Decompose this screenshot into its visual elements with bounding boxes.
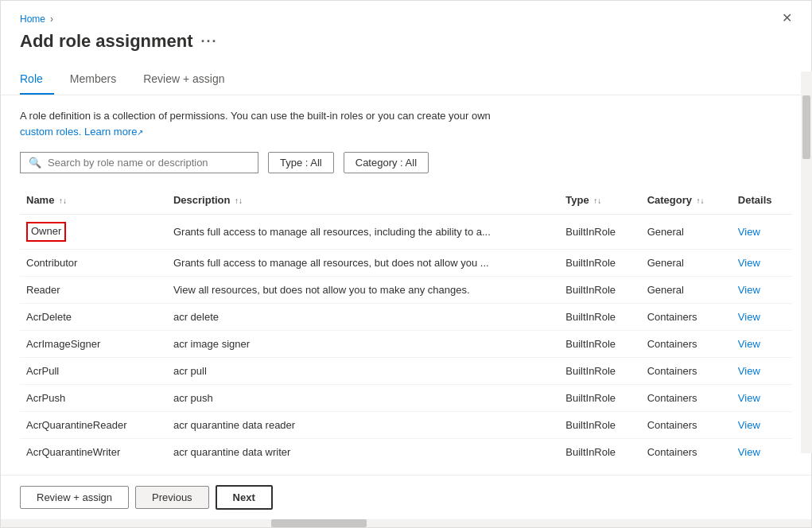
column-header-type[interactable]: Type ↑↓ (559, 186, 640, 215)
sort-icon-type[interactable]: ↑↓ (593, 196, 601, 205)
header: Home › Add role assignment ··· ✕ (1, 1, 811, 52)
table-row[interactable]: AcrImageSigneracr image signerBuiltInRol… (20, 330, 792, 357)
scrollbar-thumb[interactable] (802, 95, 810, 159)
column-header-details: Details (732, 186, 792, 215)
roles-table: Name ↑↓ Description ↑↓ Type ↑↓ Categor (20, 186, 792, 462)
table-row[interactable]: AcrQuarantineWriteracr quarantine data w… (20, 438, 792, 462)
close-button[interactable]: ✕ (782, 12, 792, 25)
role-type: BuiltInRole (559, 411, 640, 438)
search-input[interactable] (48, 157, 250, 169)
tab-review-assign[interactable]: Review + assign (143, 64, 235, 95)
role-category: General (641, 215, 732, 250)
role-category: Containers (641, 411, 732, 438)
column-header-description[interactable]: Description ↑↓ (167, 186, 559, 215)
table-row[interactable]: ContributorGrants full access to manage … (20, 249, 792, 276)
sort-icon-name[interactable]: ↑↓ (59, 196, 67, 205)
role-details-link[interactable]: View (738, 257, 760, 269)
sort-icon-category[interactable]: ↑↓ (697, 196, 705, 205)
role-details-link[interactable]: View (738, 365, 760, 377)
role-details-link[interactable]: View (738, 419, 760, 431)
ellipsis-button[interactable]: ··· (201, 33, 218, 50)
role-category: Containers (641, 330, 732, 357)
role-description: acr quarantine data writer (167, 438, 559, 462)
role-category: General (641, 276, 732, 303)
category-filter-button[interactable]: Category : All (344, 152, 429, 173)
table-header-row: Name ↑↓ Description ↑↓ Type ↑↓ Categor (20, 186, 792, 215)
breadcrumb: Home › (20, 14, 792, 25)
role-type: BuiltInRole (559, 303, 640, 330)
role-category: Containers (641, 357, 732, 384)
search-icon: 🔍 (29, 157, 41, 169)
footer: Review + assign Previous Next (1, 475, 811, 519)
learn-more-link[interactable]: Learn more↗ (84, 126, 143, 138)
owner-highlighted-name: Owner (26, 222, 66, 242)
role-type: BuiltInRole (559, 276, 640, 303)
info-text-line1: A role definition is a collection of per… (20, 110, 491, 122)
role-description: acr image signer (167, 330, 559, 357)
role-details-link[interactable]: View (738, 311, 760, 323)
role-description: acr push (167, 384, 559, 411)
table-container[interactable]: Name ↑↓ Description ↑↓ Type ↑↓ Categor (20, 186, 792, 462)
type-filter-button[interactable]: Type : All (268, 152, 334, 173)
role-details-link[interactable]: View (738, 392, 760, 404)
role-type: BuiltInRole (559, 249, 640, 276)
role-type: BuiltInRole (559, 384, 640, 411)
role-description: View all resources, but does not allow y… (167, 276, 559, 303)
review-assign-button[interactable]: Review + assign (20, 486, 129, 509)
table-row[interactable]: ReaderView all resources, but does not a… (20, 276, 792, 303)
role-description: acr quarantine data reader (167, 411, 559, 438)
table-row[interactable]: OwnerGrants full access to manage all re… (20, 215, 792, 250)
previous-button[interactable]: Previous (135, 486, 209, 509)
custom-roles-link[interactable]: custom roles. (20, 126, 81, 138)
tab-role[interactable]: Role (20, 64, 54, 95)
content-area: A role definition is a collection of per… (1, 95, 811, 475)
table-row[interactable]: AcrDeleteacr deleteBuiltInRoleContainers… (20, 303, 792, 330)
role-name: AcrPull (20, 357, 167, 384)
role-details-link[interactable]: View (738, 338, 760, 350)
role-name: Contributor (20, 249, 167, 276)
role-name: AcrImageSigner (20, 330, 167, 357)
breadcrumb-home[interactable]: Home (20, 14, 45, 25)
role-description: Grants full access to manage all resourc… (167, 249, 559, 276)
role-name: AcrQuarantineReader (20, 411, 167, 438)
role-type: BuiltInRole (559, 330, 640, 357)
search-box[interactable]: 🔍 (20, 152, 258, 173)
table-row[interactable]: AcrPullacr pullBuiltInRoleContainersView (20, 357, 792, 384)
page-container: Home › Add role assignment ··· ✕ Role Me… (0, 0, 812, 528)
role-description: acr delete (167, 303, 559, 330)
right-scrollbar[interactable] (801, 72, 812, 453)
page-title: Add role assignment ··· (20, 31, 792, 52)
role-category: Containers (641, 438, 732, 462)
bottom-scrollbar[interactable] (1, 519, 811, 527)
role-details-link[interactable]: View (738, 226, 760, 238)
role-name: Reader (20, 276, 167, 303)
role-category: Containers (641, 384, 732, 411)
role-type: BuiltInRole (559, 357, 640, 384)
role-category: General (641, 249, 732, 276)
role-name: AcrDelete (20, 303, 167, 330)
breadcrumb-chevron: › (50, 14, 53, 25)
filters: 🔍 Type : All Category : All (20, 152, 792, 173)
info-text: A role definition is a collection of per… (20, 108, 792, 139)
bottom-scrollbar-thumb[interactable] (271, 519, 367, 527)
role-details-link[interactable]: View (738, 284, 760, 296)
role-description: Grants full access to manage all resourc… (167, 215, 559, 250)
column-header-category[interactable]: Category ↑↓ (641, 186, 732, 215)
role-name: AcrQuarantineWriter (20, 438, 167, 462)
external-link-icon: ↗ (137, 128, 143, 137)
role-category: Containers (641, 303, 732, 330)
table-row[interactable]: AcrQuarantineReaderacr quarantine data r… (20, 411, 792, 438)
column-header-name[interactable]: Name ↑↓ (20, 186, 167, 215)
sort-icon-description[interactable]: ↑↓ (235, 196, 243, 205)
tabs: Role Members Review + assign (1, 64, 811, 95)
role-name: AcrPush (20, 384, 167, 411)
role-details-link[interactable]: View (738, 446, 760, 458)
role-description: acr pull (167, 357, 559, 384)
page-title-text: Add role assignment (20, 31, 193, 52)
table-row[interactable]: AcrPushacr pushBuiltInRoleContainersView (20, 384, 792, 411)
role-type: BuiltInRole (559, 438, 640, 462)
next-button[interactable]: Next (216, 485, 273, 510)
tab-members[interactable]: Members (70, 64, 127, 95)
role-type: BuiltInRole (559, 215, 640, 250)
